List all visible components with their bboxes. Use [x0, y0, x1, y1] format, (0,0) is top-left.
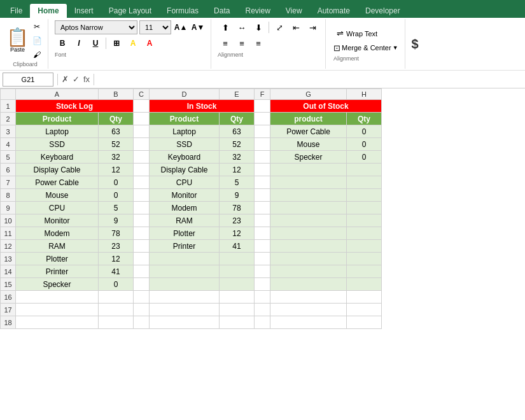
cell-8-D[interactable]: Monitor: [150, 189, 220, 202]
cell-11-F[interactable]: [255, 227, 270, 240]
cell-9-B[interactable]: 5: [99, 202, 134, 214]
cell-16-B[interactable]: [99, 291, 134, 304]
cell-6-B[interactable]: 12: [99, 164, 134, 176]
cell-6-E[interactable]: 12: [220, 164, 255, 176]
cell-8-A[interactable]: Mouse: [16, 189, 99, 202]
cell-17-A[interactable]: [16, 304, 99, 316]
cell-18-A[interactable]: [16, 316, 99, 329]
cell-13-F[interactable]: [255, 253, 270, 265]
cell-10-E[interactable]: 23: [220, 214, 255, 227]
cell-5-B[interactable]: 32: [99, 151, 134, 164]
col-header-E[interactable]: E: [220, 89, 255, 100]
row-header-15[interactable]: 15: [1, 278, 16, 291]
cancel-formula-icon[interactable]: ✗: [62, 74, 69, 84]
col-header-A[interactable]: A: [16, 89, 99, 100]
text-direction-button[interactable]: ⤢: [272, 20, 287, 34]
align-top-button[interactable]: ⬆: [218, 20, 233, 34]
cell-17-G[interactable]: [270, 304, 347, 316]
row-header-12[interactable]: 12: [1, 240, 16, 253]
wrap-text-button[interactable]: ⇌ Wrap Text: [333, 27, 398, 41]
cell-10-F[interactable]: [255, 214, 270, 227]
tab-page-layout[interactable]: Page Layout: [101, 4, 159, 18]
align-bottom-button[interactable]: ⬇: [251, 20, 266, 34]
cell-18-C[interactable]: [134, 316, 150, 329]
cell-16-C[interactable]: [134, 291, 150, 304]
cell-2-A[interactable]: Product: [16, 113, 99, 125]
cell-4-E[interactable]: 52: [220, 138, 255, 151]
indent-decrease-button[interactable]: ⇤: [288, 20, 304, 34]
row-header-7[interactable]: 7: [1, 176, 16, 189]
cell-13-A[interactable]: Plotter: [16, 253, 99, 265]
cell-8-H[interactable]: [347, 189, 382, 202]
merge-center-button[interactable]: ⊡ Merge & Center ▼: [333, 43, 398, 53]
tab-review[interactable]: Review: [237, 4, 277, 18]
cell-10-D[interactable]: RAM: [150, 214, 220, 227]
cell-3-F[interactable]: [255, 125, 270, 138]
cell-13-B[interactable]: 12: [99, 253, 134, 265]
cell-9-D[interactable]: Modem: [150, 202, 220, 214]
font-color-button[interactable]: A: [142, 36, 157, 50]
row-header-11[interactable]: 11: [1, 227, 16, 240]
cell-16-H[interactable]: [347, 291, 382, 304]
cell-9-G[interactable]: [270, 202, 347, 214]
cell-12-G[interactable]: [270, 240, 347, 253]
cell-7-H[interactable]: [347, 176, 382, 189]
cell-5-F[interactable]: [255, 151, 270, 164]
cell-17-B[interactable]: [99, 304, 134, 316]
cell-reference-input[interactable]: G21: [3, 73, 53, 87]
cell-14-H[interactable]: [347, 265, 382, 278]
cell-8-F[interactable]: [255, 189, 270, 202]
cell-16-D[interactable]: [150, 291, 220, 304]
font-name-select[interactable]: Aptos Narrow: [55, 20, 137, 34]
col-header-D[interactable]: D: [150, 89, 220, 100]
cell-4-B[interactable]: 52: [99, 138, 134, 151]
cell-13-D[interactable]: [150, 253, 220, 265]
cell-13-E[interactable]: [220, 253, 255, 265]
cell-18-E[interactable]: [220, 316, 255, 329]
merge-dropdown-icon[interactable]: ▼: [393, 45, 398, 51]
row-header-6[interactable]: 6: [1, 164, 16, 176]
cell-5-H[interactable]: 0: [347, 151, 382, 164]
cell-4-C[interactable]: [134, 138, 150, 151]
cell-4-A[interactable]: SSD: [16, 138, 99, 151]
row-header-14[interactable]: 14: [1, 265, 16, 278]
row-header-9[interactable]: 9: [1, 202, 16, 214]
cell-10-B[interactable]: 9: [99, 214, 134, 227]
cell-8-C[interactable]: [134, 189, 150, 202]
cell-15-E[interactable]: [220, 278, 255, 291]
cell-7-A[interactable]: Power Cable: [16, 176, 99, 189]
cell-3-D[interactable]: Laptop: [150, 125, 220, 138]
col-header-F[interactable]: F: [255, 89, 270, 100]
row-header-18[interactable]: 18: [1, 316, 16, 329]
cell-10-H[interactable]: [347, 214, 382, 227]
cell-16-F[interactable]: [255, 291, 270, 304]
cell-17-C[interactable]: [134, 304, 150, 316]
cell-13-G[interactable]: [270, 253, 347, 265]
cell-6-A[interactable]: Display Cable: [16, 164, 99, 176]
cell-3-B[interactable]: 63: [99, 125, 134, 138]
cell-9-A[interactable]: CPU: [16, 202, 99, 214]
cell-3-G[interactable]: Power Cable: [270, 125, 347, 138]
cell-11-H[interactable]: [347, 227, 382, 240]
cell-15-G[interactable]: [270, 278, 347, 291]
cell-2-F[interactable]: [255, 113, 270, 125]
cell-7-D[interactable]: CPU: [150, 176, 220, 189]
cell-11-C[interactable]: [134, 227, 150, 240]
cell-16-A[interactable]: [16, 291, 99, 304]
cell-6-D[interactable]: Display Cable: [150, 164, 220, 176]
cell-12-A[interactable]: RAM: [16, 240, 99, 253]
font-size-select[interactable]: 11: [139, 20, 171, 34]
paste-button[interactable]: 📋 Paste: [6, 29, 29, 53]
cell-3-C[interactable]: [134, 125, 150, 138]
row-header-4[interactable]: 4: [1, 138, 16, 151]
cell-4-H[interactable]: 0: [347, 138, 382, 151]
cell-13-C[interactable]: [134, 253, 150, 265]
tab-file[interactable]: File: [3, 4, 30, 18]
cell-14-B[interactable]: 41: [99, 265, 134, 278]
cell-17-F[interactable]: [255, 304, 270, 316]
cell-16-G[interactable]: [270, 291, 347, 304]
cell-2-D[interactable]: Product: [150, 113, 220, 125]
row-header-8[interactable]: 8: [1, 189, 16, 202]
row-header-17[interactable]: 17: [1, 304, 16, 316]
cell-5-A[interactable]: Keyboard: [16, 151, 99, 164]
